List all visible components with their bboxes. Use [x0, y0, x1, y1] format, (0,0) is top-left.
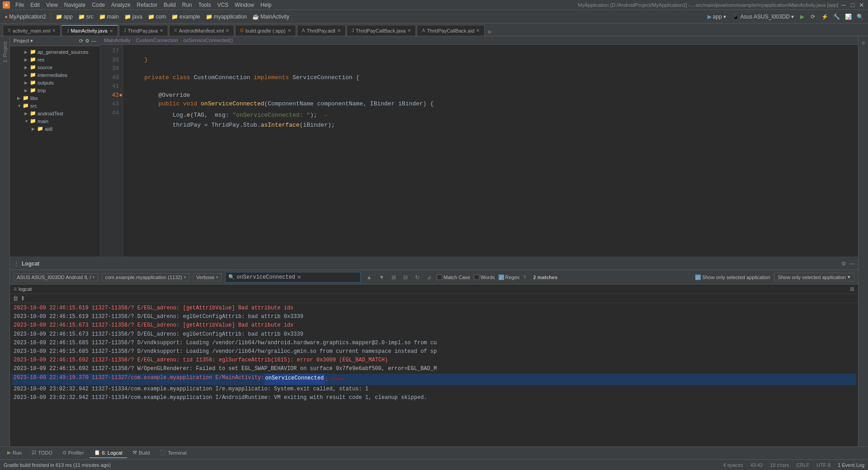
device-selector[interactable]: 📱 Asus ASUS_I003DD ▾: [731, 13, 796, 21]
search-filter2-icon[interactable]: ⊿: [425, 273, 433, 281]
device-select[interactable]: ASUS ASUS_I003DD Android 9, / ▾: [14, 273, 98, 281]
indent-status[interactable]: 4 spaces: [723, 462, 743, 468]
tab-close-icon[interactable]: ✕: [337, 28, 341, 33]
import-icon[interactable]: ⬆: [20, 295, 25, 302]
menu-view[interactable]: View: [43, 1, 61, 9]
breadcrumb-src[interactable]: 📁 src: [76, 13, 95, 21]
tree-item-aidl[interactable]: ▶ 📁 aidl: [10, 125, 100, 133]
tab-thridpaycallback-aid[interactable]: A ThridPayCallBack.aid ✕: [417, 25, 485, 36]
tab-logcat[interactable]: 📋 6: Logcat: [90, 448, 127, 458]
breadcrumb-mainactivity[interactable]: ☕ MainActivity: [250, 13, 291, 21]
log-entry[interactable]: 2023-10-09 22:46:15.692 11327-11358/? W/…: [12, 365, 856, 373]
position-status[interactable]: 43:43: [750, 462, 763, 468]
run-button[interactable]: ▶: [798, 13, 806, 21]
menu-navigate[interactable]: Navigate: [61, 1, 88, 9]
breadcrumb-mainactivity[interactable]: MainActivity: [104, 38, 131, 43]
log-entry[interactable]: 2023-10-09 23:02:32.942 11327-11334/com.…: [12, 385, 856, 394]
search-prev-button[interactable]: ▲: [364, 273, 373, 281]
sync-panel-icon[interactable]: ⟳: [79, 38, 83, 44]
breadcrumb-onserviceconnected[interactable]: onServiceConnected(): [184, 38, 233, 43]
tree-item-res[interactable]: ▶ 📁 res: [10, 56, 100, 63]
toolbar-icon-1[interactable]: ⚡: [820, 13, 830, 21]
tab-build-gradle[interactable]: G build.gradle (:app) ✕: [235, 25, 296, 36]
tab-androidmanifest-xml[interactable]: X AndroidManifest.xml ✕: [169, 25, 234, 36]
tab-thridpay-aidl[interactable]: A ThridPay.aidl ✕: [297, 25, 346, 36]
search-option-icon[interactable]: ⊞: [390, 273, 398, 281]
regex-checkbox[interactable]: ✓: [499, 275, 504, 280]
close-panel-icon[interactable]: —: [91, 38, 96, 44]
log-entry[interactable]: 2023-10-09 22:46:15.685 11327-11358/? D/…: [12, 339, 856, 347]
help-icon[interactable]: ?: [523, 275, 526, 280]
event-log-status[interactable]: 1 Event Log: [838, 462, 864, 468]
tree-item-ap-generated[interactable]: ▶ 📁 ap_generated_sources: [10, 48, 100, 56]
tree-item-source[interactable]: ▶ 📁 source: [10, 63, 100, 71]
menu-tools[interactable]: Tools: [196, 1, 214, 9]
menu-build[interactable]: Build: [161, 1, 179, 9]
menu-vcs[interactable]: VCS: [215, 1, 231, 9]
tree-item-src[interactable]: ▼ 📁 src: [10, 102, 100, 109]
logcat-settings-icon[interactable]: ⚙: [841, 261, 846, 267]
tab-build[interactable]: ⚒ Build: [128, 448, 154, 458]
search-filter-icon[interactable]: ⊟: [401, 273, 410, 281]
log-entry-highlighted[interactable]: 2023-10-09 22:49:19.370 11327-11327/com.…: [12, 374, 856, 385]
log-entry[interactable]: 2023-10-09 23:02:32.942 11327-11334/com.…: [12, 394, 856, 402]
tree-item-tmp[interactable]: ▶ 📁 tmp: [10, 86, 100, 94]
log-entry[interactable]: 2023-10-09 22:46:15.692 11327-11358/? E/…: [12, 356, 856, 365]
tab-profiler[interactable]: ⊙ Profiler: [58, 448, 89, 458]
search-next-button[interactable]: ▼: [377, 273, 386, 281]
menu-run[interactable]: Run: [179, 1, 195, 9]
tab-activity-main-xml[interactable]: X activity_main.xml ✕: [3, 25, 61, 36]
tab-close-icon[interactable]: ✕: [160, 28, 163, 33]
tree-item-androidtest[interactable]: ▶ 📁 androidTest: [10, 109, 100, 117]
log-entry[interactable]: 2023-10-09 22:46:15.673 11327-11358/? E/…: [12, 321, 856, 330]
breadcrumb-example[interactable]: 📁 example: [170, 13, 202, 21]
logcat-search-input[interactable]: onServiceConnected: [236, 274, 295, 280]
menu-refactor[interactable]: Refactor: [134, 1, 160, 9]
menu-file[interactable]: File: [13, 1, 27, 9]
tab-thridpay-java[interactable]: J ThridPay.java ✕: [119, 25, 168, 36]
log-entry[interactable]: 2023-10-09 22:46:15.685 11327-11358/? D/…: [12, 347, 856, 356]
project-selector[interactable]: ● MyApplication2: [3, 13, 48, 21]
logcat-minimize-icon[interactable]: —: [849, 261, 854, 267]
log-entries[interactable]: 2023-10-09 22:46:15.619 11327-11358/? E/…: [10, 303, 858, 446]
tab-todo[interactable]: ☑ TODO: [27, 448, 57, 458]
search-clear-icon[interactable]: ✕: [297, 274, 302, 280]
toolbar-icon-2[interactable]: 🔧: [831, 13, 842, 21]
tab-close-icon[interactable]: ✕: [476, 28, 480, 33]
menu-help[interactable]: Help: [258, 1, 274, 9]
close-button[interactable]: ✕: [858, 1, 865, 9]
tab-close-icon[interactable]: ✕: [52, 28, 56, 33]
tab-close-icon[interactable]: ✕: [226, 28, 229, 33]
tree-item-outputs[interactable]: ▶ 📁 outputs: [10, 79, 100, 86]
clear-logs-button[interactable]: 🗑: [13, 295, 19, 302]
log-entry[interactable]: 2023-10-09 22:46:15.673 11327-11358/? D/…: [12, 330, 856, 339]
log-entry[interactable]: 2023-10-09 22:46:15.619 11327-11358/? D/…: [12, 313, 856, 321]
breadcrumb-main[interactable]: 📁 main: [97, 13, 121, 21]
words-checkbox[interactable]: [474, 275, 479, 280]
menu-window[interactable]: Window: [232, 1, 257, 9]
menu-code[interactable]: Code: [89, 1, 108, 9]
run-config-selector[interactable]: ▶ app ▾: [706, 13, 728, 21]
sync-button[interactable]: ⟳: [809, 13, 817, 21]
charset-status[interactable]: UTF-8: [816, 462, 830, 468]
tab-thridpaycallback-java[interactable]: J ThridPayCallBack.java ✕: [347, 25, 416, 36]
tree-item-libs[interactable]: ▶ 📁 libs: [10, 94, 100, 102]
tab-run[interactable]: ▶ Run: [3, 448, 26, 458]
logcat-expand-icon[interactable]: ⊞: [850, 286, 854, 292]
breadcrumb-com[interactable]: 📁 com: [146, 13, 168, 21]
crlf-status[interactable]: CRLF: [796, 462, 809, 468]
breadcrumb-java[interactable]: 📁 java: [123, 13, 144, 21]
tab-close-icon[interactable]: ✕: [288, 28, 291, 33]
settings-panel-icon[interactable]: ⚙: [85, 38, 90, 44]
package-select[interactable]: com.example.myapplication (1132) ▾: [102, 273, 189, 281]
menu-analyze[interactable]: Analyze: [108, 1, 133, 9]
show-selected-dropdown[interactable]: Show only selected application ▾: [774, 273, 854, 281]
log-level-select[interactable]: Verbose ▾: [193, 273, 222, 281]
tree-item-intermediates[interactable]: ▶ 📁 intermediates: [10, 71, 100, 79]
breadcrumb-customconnection[interactable]: CustomConnection: [136, 38, 178, 43]
tab-terminal[interactable]: ⬛ Terminal: [155, 448, 191, 458]
breadcrumb-app[interactable]: 📁 app: [54, 13, 75, 21]
tab-mainactivity-java[interactable]: J MainActivity.java ✕: [61, 25, 118, 36]
tab-close-icon[interactable]: ✕: [407, 28, 411, 33]
tree-item-main[interactable]: ▼ 📁 main: [10, 117, 100, 125]
